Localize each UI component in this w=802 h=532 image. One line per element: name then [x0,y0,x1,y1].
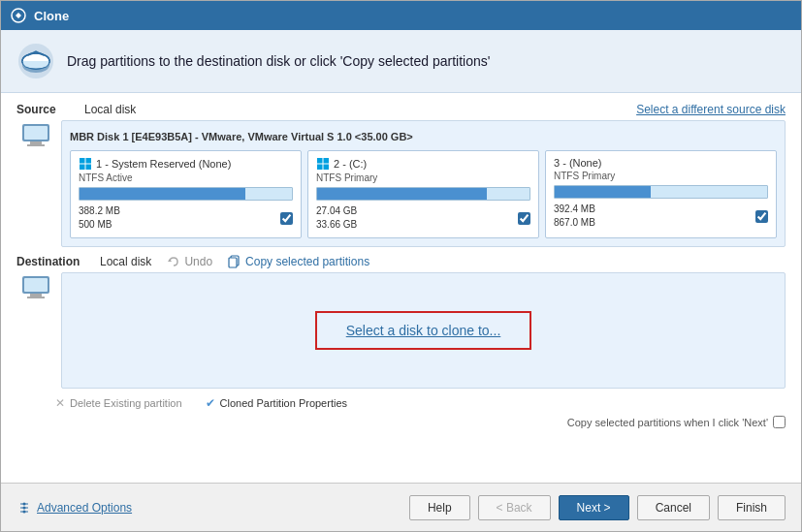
partition-type-3: NTFS Primary [554,171,768,181]
undo-button[interactable]: Undo [167,255,212,268]
partition-checkbox-2[interactable] [518,212,530,225]
svg-rect-7 [30,141,42,144]
advanced-options-icon [16,500,32,516]
back-button[interactable]: < Back [478,495,551,520]
dest-options-row: ✕ Delete Existing partition ✔ Cloned Par… [55,396,786,410]
svg-rect-14 [324,158,330,164]
delete-existing-option: ✕ Delete Existing partition [55,396,182,410]
cloned-check-icon: ✔ [206,396,215,410]
dest-actions: Undo Copy selected partitions [167,255,369,268]
copy-note-row: Copy selected partitions when I click 'N… [16,416,786,428]
dest-header-row: Destination Local disk Undo [16,255,786,268]
cloned-props-option: ✔ Cloned Partition Properties [206,396,347,410]
footer-buttons: Help < Back Next > Cancel Finish [409,495,786,520]
content-area: Drag partitions to the destination disk … [1,30,801,531]
partition-fill-2 [317,188,487,200]
cancel-button[interactable]: Cancel [637,495,710,520]
svg-rect-9 [80,158,85,164]
instruction-text: Drag partitions to the destination disk … [67,53,490,69]
partition-info-3: 392.4 MB 867.0 MB [554,203,768,230]
partition-fill-1 [80,188,245,200]
source-section: Source Local disk Select a different sou… [16,103,786,247]
select-source-link[interactable]: Select a different source disk [636,103,786,116]
source-pc-icon [20,120,51,151]
partition-title-3: 3 - (None) [554,157,768,169]
copy-partitions-button[interactable]: Copy selected partitions [228,255,369,268]
dest-sublabel: Local disk [100,255,151,268]
partition-bar-2 [316,187,530,201]
select-disk-link[interactable]: Select a disk to clone to... [346,323,501,338]
finish-button[interactable]: Finish [718,495,786,520]
source-disk-container: MBR Disk 1 [E4E93B5A] - VMware, VMware V… [61,120,786,247]
svg-rect-6 [24,126,48,140]
source-pc-icon-area [16,120,55,151]
partition-info-1: 388.2 MB 500 MB [79,204,293,232]
clone-instruction-icon [16,42,55,80]
partition-type-2: NTFS Primary [316,172,530,183]
partition-bar-1 [79,187,293,201]
clone-window: Clone Drag partitions to the destination… [0,0,802,532]
undo-icon [167,255,180,268]
partition-sizes-3: 392.4 MB 867.0 MB [554,203,595,230]
clone-title-icon [11,8,26,23]
partition-card-2: 2 - (C:) NTFS Primary 27.04 GB 33.66 G [307,150,539,238]
dest-pc-icon-area [16,272,55,303]
source-header-row: Source Local disk Select a different sou… [16,103,786,116]
svg-rect-22 [27,297,45,298]
partitions-row: 1 - System Reserved (None) NTFS Active 3… [70,150,777,238]
title-bar: Clone [1,1,801,30]
svg-rect-10 [86,158,92,164]
partition-card-3: 3 - (None) NTFS Primary 392.4 MB 867.0 [545,150,777,238]
partition-info-2: 27.04 GB 33.66 GB [316,204,530,232]
source-label: Source [16,103,84,116]
footer: Advanced Options Help < Back Next > Canc… [1,483,801,531]
dest-disk-area: Select a disk to clone to... [61,272,786,389]
help-button[interactable]: Help [409,495,470,520]
partition-checkbox-1[interactable] [280,212,293,225]
next-button[interactable]: Next > [559,495,629,520]
partition-sizes-1: 388.2 MB 500 MB [79,204,120,232]
window-title: Clone [34,9,69,23]
source-sublabel: Local disk [84,103,136,116]
svg-rect-21 [30,294,42,297]
copy-icon [228,255,241,268]
copy-note-text: Copy selected partitions when I click 'N… [567,417,768,428]
copy-note-checkbox[interactable] [773,416,786,428]
svg-rect-12 [86,165,92,171]
destination-section: Destination Local disk Undo [16,255,786,428]
svg-rect-13 [317,158,323,164]
svg-rect-8 [27,144,45,146]
disk-header: MBR Disk 1 [E4E93B5A] - VMware, VMware V… [70,129,777,144]
main-body: Source Local disk Select a different sou… [1,93,801,483]
svg-rect-18 [229,258,237,267]
partition-fill-3 [555,186,651,198]
partition-card-1: 1 - System Reserved (None) NTFS Active 3… [70,150,302,238]
partition-title-2: 2 - (C:) [316,157,530,171]
svg-rect-15 [317,165,323,171]
svg-rect-11 [80,165,85,171]
dest-pc-icon [20,272,51,303]
advanced-options-link[interactable]: Advanced Options [16,500,132,516]
windows-icon-1 [79,157,92,171]
partition-type-1: NTFS Active [79,172,293,183]
dest-label: Destination [16,255,84,268]
select-disk-box: Select a disk to clone to... [315,311,532,350]
svg-rect-16 [324,165,330,171]
partition-title-1: 1 - System Reserved (None) [79,157,293,171]
svg-rect-20 [24,278,48,292]
windows-icon-2 [316,157,330,171]
delete-x-icon: ✕ [55,396,65,410]
instruction-bar: Drag partitions to the destination disk … [1,30,801,93]
partition-sizes-2: 27.04 GB 33.66 GB [316,204,357,232]
partition-checkbox-3[interactable] [755,210,768,223]
partition-bar-3 [554,185,768,199]
advanced-options-label: Advanced Options [37,501,132,515]
